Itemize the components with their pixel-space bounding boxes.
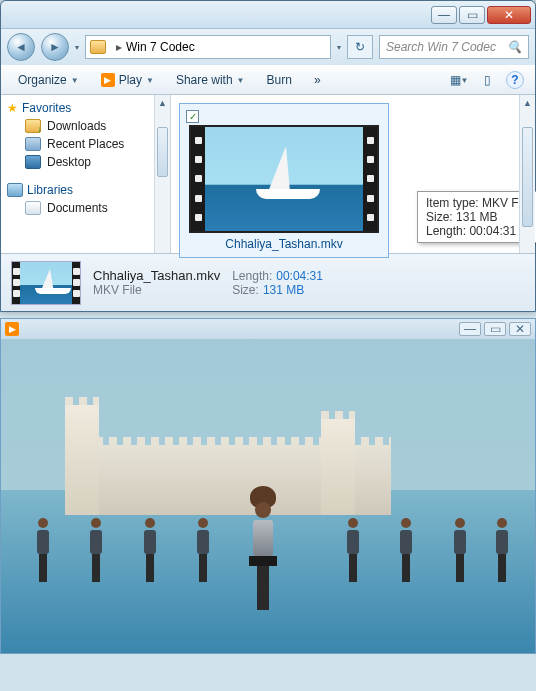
scroll-thumb[interactable] [157,127,168,177]
minimize-button[interactable]: — [431,6,457,24]
share-with-button[interactable]: Share with▼ [167,69,254,91]
player-minimize-button[interactable]: — [459,322,481,336]
video-viewport[interactable] [1,339,535,653]
tooltip-size-label: Size: [426,210,453,224]
video-thumbnail [189,125,379,233]
file-name-label: Chhaliya_Tashan.mkv [225,237,342,251]
chevron-down-icon: ▼ [237,76,245,85]
media-player-window: ▶ — ▭ ✕ [0,318,536,654]
tooltip-size-value: 131 MB [456,210,497,224]
navigation-pane: ★Favorites Downloads Recent Places Deskt… [1,95,171,253]
back-button[interactable]: ◄ [7,33,35,61]
details-size-label: Size: [232,283,259,297]
explorer-window: — ▭ ✕ ◄ ► ▾ ▸ Win 7 Codec ▾ ↻ Search Win… [0,0,536,312]
search-icon: 🔍 [507,40,522,54]
address-history-button[interactable]: ▾ [337,43,341,52]
nav-scrollbar[interactable]: ▲ [154,95,170,253]
folder-icon [90,40,106,54]
sidebar-item-documents[interactable]: Documents [3,199,168,217]
search-input[interactable]: Search Win 7 Codec 🔍 [379,35,529,59]
file-item[interactable]: ✓ Chhaliya_Tashan.mkv [179,103,389,258]
preview-pane-button[interactable]: ▯ [475,69,499,91]
details-thumbnail [11,261,81,305]
details-meta: Length:00:04:31 Size:131 MB [232,269,323,297]
play-icon: ▶ [101,73,115,87]
organize-button[interactable]: Organize▼ [9,69,88,91]
wmp-icon: ▶ [5,322,19,336]
player-close-button[interactable]: ✕ [509,322,531,336]
help-button[interactable]: ? [503,69,527,91]
sidebar-item-downloads[interactable]: Downloads [3,117,168,135]
view-options-button[interactable]: ▦▼ [447,69,471,91]
desktop-icon [25,155,41,169]
star-icon: ★ [7,101,18,115]
details-filename: Chhaliya_Tashan.mkv [93,268,220,283]
sidebar-favorites[interactable]: ★Favorites [3,99,168,117]
window-titlebar: — ▭ ✕ [1,1,535,29]
explorer-body: ★Favorites Downloads Recent Places Deskt… [1,95,535,253]
maximize-button[interactable]: ▭ [459,6,485,24]
preview-pane-icon: ▯ [484,73,491,87]
more-commands-button[interactable]: » [305,69,330,91]
breadcrumb-sep-icon: ▸ [116,40,122,54]
documents-icon [25,201,41,215]
breadcrumb-folder[interactable]: Win 7 Codec [126,40,195,54]
libraries-icon [7,183,23,197]
play-button[interactable]: ▶Play▼ [92,69,163,91]
forward-icon: ► [49,40,61,54]
search-placeholder: Search Win 7 Codec [386,40,496,54]
details-length-value: 00:04:31 [276,269,323,283]
view-icon: ▦ [450,73,461,87]
address-bar[interactable]: ▸ Win 7 Codec [85,35,331,59]
maximize-icon: ▭ [467,8,478,22]
sidebar-libraries[interactable]: Libraries [3,181,168,199]
recent-locations-button[interactable]: ▾ [75,43,79,52]
chevron-down-icon: ▼ [71,76,79,85]
minimize-icon: — [464,322,476,336]
close-icon: ✕ [515,322,525,336]
refresh-button[interactable]: ↻ [347,35,373,59]
content-pane[interactable]: ✓ Chhaliya_Tashan.mkv Item type: MKV Fil… [171,95,535,253]
chevron-down-icon: ▼ [146,76,154,85]
burn-button[interactable]: Burn [258,69,301,91]
refresh-icon: ↻ [355,40,365,54]
help-icon: ? [506,71,524,89]
details-filetype: MKV File [93,283,220,297]
downloads-icon [25,119,41,133]
details-length-label: Length: [232,269,272,283]
scroll-up-icon[interactable]: ▲ [520,95,535,111]
details-text: Chhaliya_Tashan.mkv MKV File [93,268,220,297]
close-icon: ✕ [504,8,514,22]
sidebar-item-desktop[interactable]: Desktop [3,153,168,171]
navigation-row: ◄ ► ▾ ▸ Win 7 Codec ▾ ↻ Search Win 7 Cod… [1,29,535,65]
sidebar-item-recent-places[interactable]: Recent Places [3,135,168,153]
content-scrollbar[interactable]: ▲ [519,95,535,253]
recent-places-icon [25,137,41,151]
minimize-icon: — [438,8,450,22]
details-size-value: 131 MB [263,283,304,297]
player-titlebar: ▶ — ▭ ✕ [1,319,535,339]
maximize-icon: ▭ [490,322,501,336]
details-pane: Chhaliya_Tashan.mkv MKV File Length:00:0… [1,253,535,311]
player-maximize-button[interactable]: ▭ [484,322,506,336]
command-toolbar: Organize▼ ▶Play▼ Share with▼ Burn » ▦▼ ▯… [1,65,535,95]
tooltip-length-value: 00:04:31 [469,224,516,238]
chevron-down-icon: ▼ [461,76,469,85]
tooltip-length-label: Length: [426,224,466,238]
file-checkbox[interactable]: ✓ [186,110,199,123]
chevron-right-icon: » [314,73,321,87]
tooltip-type-label: Item type: [426,196,479,210]
back-icon: ◄ [15,40,27,54]
scroll-thumb[interactable] [522,127,533,227]
scroll-up-icon[interactable]: ▲ [155,95,170,111]
close-button[interactable]: ✕ [487,6,531,24]
forward-button[interactable]: ► [41,33,69,61]
